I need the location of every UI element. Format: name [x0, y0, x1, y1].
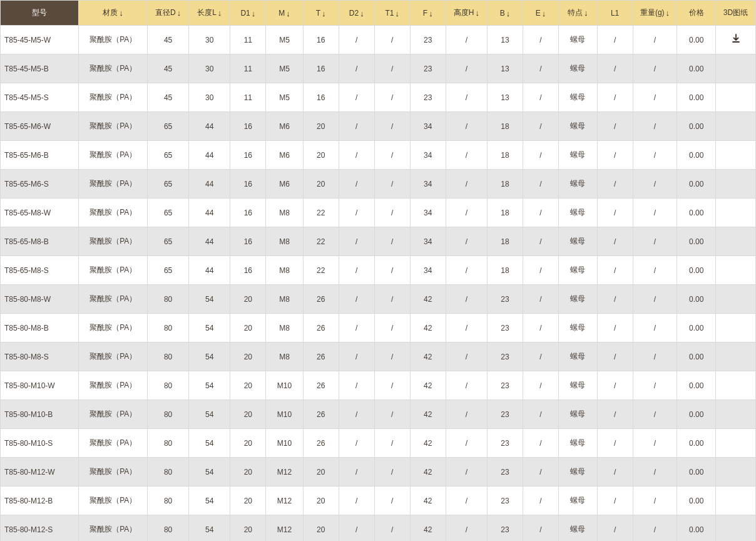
- column-header-weight[interactable]: 重量(g)↓: [633, 1, 677, 26]
- model-text: T85-80-M10-S: [4, 439, 53, 448]
- cell-lengthL: 54: [189, 400, 230, 429]
- cell-E: /: [523, 285, 558, 314]
- column-header-label: 直径D: [155, 8, 176, 17]
- cell-text: 16: [244, 209, 252, 217]
- cell-text: 26: [317, 295, 325, 304]
- cell-text: /: [355, 353, 357, 361]
- column-header-B[interactable]: B↓: [487, 1, 523, 26]
- column-header-M[interactable]: M↓: [266, 1, 303, 26]
- cell-B: 23: [487, 515, 523, 542]
- column-header-diameterD[interactable]: 直径D↓: [148, 1, 189, 26]
- cell-drawing3d: [715, 343, 755, 371]
- cell-D1: 20: [230, 458, 266, 487]
- cell-text: 聚酰胺（PA）: [89, 323, 136, 332]
- cell-lengthL: 30: [189, 83, 230, 112]
- sort-arrow-icon: ↓: [475, 9, 479, 17]
- cell-drawing3d[interactable]: [715, 26, 755, 54]
- column-header-feature[interactable]: 特点↓: [559, 1, 598, 26]
- cell-text: 20: [317, 151, 325, 160]
- cell-model[interactable]: T85-65-M6-B: [1, 141, 79, 170]
- cell-text: /: [654, 525, 656, 534]
- cell-price: 0.00: [677, 170, 716, 198]
- cell-lengthL: 44: [189, 227, 230, 256]
- cell-T: 20: [303, 170, 339, 198]
- cell-model[interactable]: T85-80-M8-W: [1, 285, 79, 314]
- cell-text: 54: [205, 324, 213, 332]
- sort-arrow-icon: ↓: [429, 9, 433, 18]
- cell-model[interactable]: T85-80-M10-W: [1, 371, 79, 400]
- cell-text: 16: [244, 237, 252, 246]
- model-text: T85-65-M6-B: [4, 151, 49, 160]
- cell-B: 18: [487, 141, 523, 170]
- cell-model[interactable]: T85-45-M5-W: [1, 26, 79, 54]
- cell-lengthL: 44: [189, 198, 230, 227]
- cell-M: M8: [266, 198, 303, 227]
- download-icon[interactable]: [731, 34, 740, 43]
- cell-text: M5: [279, 64, 290, 73]
- table-row: T85-80-M12-B聚酰胺（PA）805420M1220//42/23/螺母…: [1, 487, 756, 515]
- column-header-material[interactable]: 材质↓: [79, 1, 148, 26]
- cell-model[interactable]: T85-80-M8-S: [1, 343, 79, 371]
- column-header-T[interactable]: T↓: [303, 1, 339, 26]
- cell-L1: /: [597, 198, 633, 227]
- cell-model[interactable]: T85-80-M12-W: [1, 458, 79, 487]
- cell-text: 聚酰胺（PA）: [89, 410, 136, 418]
- column-header-label: T: [316, 9, 320, 18]
- cell-model[interactable]: T85-65-M6-W: [1, 112, 79, 141]
- column-header-T1[interactable]: T1↓: [374, 1, 410, 26]
- cell-F: 34: [410, 256, 446, 285]
- cell-material: 聚酰胺（PA）: [79, 198, 148, 227]
- cell-text: M6: [279, 180, 290, 188]
- cell-model[interactable]: T85-80-M10-S: [1, 429, 79, 458]
- cell-text: /: [466, 266, 467, 275]
- cell-text: 54: [205, 353, 213, 361]
- cell-model[interactable]: T85-80-M12-S: [1, 515, 79, 542]
- table-row: T85-65-M6-S聚酰胺（PA）654416M620//34/18/螺母//…: [1, 170, 756, 198]
- cell-text: 聚酰胺（PA）: [89, 467, 136, 476]
- cell-drawing3d: [715, 170, 755, 198]
- cell-model[interactable]: T85-65-M8-S: [1, 256, 79, 285]
- cell-D1: 20: [230, 400, 266, 429]
- table-row: T85-80-M12-W聚酰胺（PA）805420M1220//42/23/螺母…: [1, 458, 756, 487]
- cell-model[interactable]: T85-65-M6-S: [1, 170, 79, 198]
- cell-text: /: [539, 180, 541, 188]
- table-row: T85-45-M5-W聚酰胺（PA）453011M516//23/13/螺母//…: [1, 26, 756, 54]
- cell-E: /: [523, 170, 558, 198]
- column-header-lengthL[interactable]: 长度L↓: [189, 1, 230, 26]
- cell-text: 23: [501, 410, 509, 419]
- cell-material: 聚酰胺（PA）: [79, 285, 148, 314]
- cell-model[interactable]: T85-45-M5-S: [1, 83, 79, 112]
- cell-text: 54: [205, 295, 213, 304]
- cell-D2: /: [339, 400, 374, 429]
- cell-text: /: [466, 439, 467, 448]
- cell-L1: /: [597, 170, 633, 198]
- column-header-heightH[interactable]: 高度H↓: [446, 1, 487, 26]
- column-header-D1[interactable]: D1↓: [230, 1, 266, 26]
- cell-text: 0.00: [689, 439, 703, 448]
- cell-heightH: /: [446, 54, 487, 83]
- column-header-D2[interactable]: D2↓: [339, 1, 374, 26]
- cell-text: 18: [501, 151, 509, 160]
- cell-model[interactable]: T85-80-M10-B: [1, 400, 79, 429]
- cell-text: /: [614, 209, 616, 217]
- cell-model[interactable]: T85-65-M8-B: [1, 227, 79, 256]
- cell-T1: /: [374, 170, 410, 198]
- cell-text: 23: [501, 468, 509, 477]
- cell-F: 34: [410, 112, 446, 141]
- column-header-F[interactable]: F↓: [410, 1, 446, 26]
- cell-text: /: [654, 324, 656, 332]
- cell-text: 螺母: [570, 438, 585, 447]
- cell-text: /: [391, 468, 393, 477]
- column-header-label: 特点: [568, 8, 583, 17]
- column-header-model: 型号: [1, 1, 79, 26]
- cell-model[interactable]: T85-65-M8-W: [1, 198, 79, 227]
- cell-model[interactable]: T85-45-M5-B: [1, 54, 79, 83]
- cell-diameterD: 45: [148, 54, 189, 83]
- cell-model[interactable]: T85-80-M8-B: [1, 314, 79, 343]
- column-header-E[interactable]: E↓: [523, 1, 558, 26]
- cell-drawing3d: [715, 487, 755, 515]
- cell-material: 聚酰胺（PA）: [79, 458, 148, 487]
- cell-text: 0.00: [689, 468, 703, 477]
- cell-price: 0.00: [677, 83, 716, 112]
- cell-model[interactable]: T85-80-M12-B: [1, 487, 79, 515]
